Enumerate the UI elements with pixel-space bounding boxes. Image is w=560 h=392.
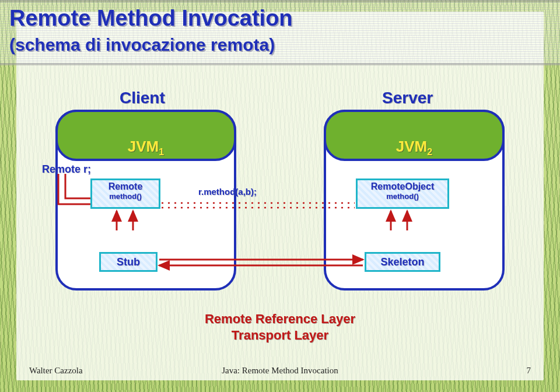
- transport-layer-label: Transport Layer: [0, 328, 560, 343]
- skeleton-box: Skeleton: [365, 252, 440, 272]
- remote-box-method: method(): [92, 192, 159, 202]
- footer-page-number: 7: [527, 366, 531, 376]
- remoteobj-box-title: RemoteObject: [358, 180, 447, 192]
- remoteobj-box-method: method(): [358, 192, 447, 202]
- slide-title: Remote Method Invocation: [9, 6, 293, 31]
- server-label: Server: [382, 89, 433, 107]
- client-label: Client: [120, 89, 165, 107]
- jvm1-label: JVM1: [58, 138, 234, 158]
- stub-label: Stub: [117, 256, 140, 268]
- jvm2-header: JVM2: [324, 110, 505, 161]
- title-band: Remote Method Invocation (schema di invo…: [0, 0, 560, 65]
- jvm2-label: JVM2: [326, 138, 502, 158]
- skeleton-label: Skeleton: [380, 256, 424, 268]
- slide-subtitle: (schema di invocazione remota): [9, 35, 275, 55]
- method-call-label: r.method(a,b);: [198, 187, 257, 197]
- remote-object-box: RemoteObject method(): [356, 178, 449, 209]
- jvm1-header: JVM1: [55, 110, 236, 161]
- stub-box: Stub: [99, 252, 158, 272]
- remote-box-title: Remote: [92, 180, 159, 192]
- remote-interface-box: Remote method(): [90, 178, 160, 209]
- remote-reference-layer-label: Remote Reference Layer: [0, 312, 560, 327]
- remote-r-declaration: Remote r;: [42, 163, 91, 176]
- footer-title: Java: Remote Method Invocation: [0, 366, 560, 376]
